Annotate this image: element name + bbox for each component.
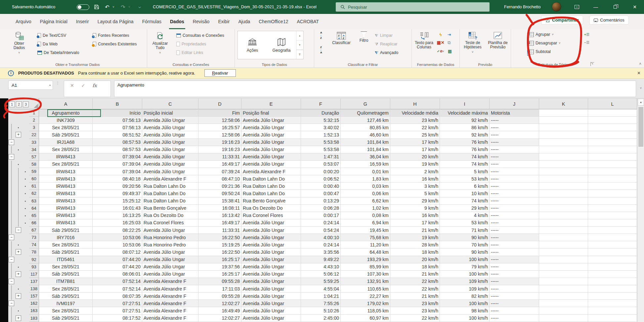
cell-G62[interactable]: 0,06 km [341, 190, 390, 197]
cell-I2[interactable]: 92 km/h [440, 117, 490, 124]
cell-H163[interactable]: 23 km/h [390, 307, 440, 314]
cell-B33[interactable]: 08:57:53 [93, 139, 142, 146]
cell-F3[interactable]: 3:40:02 [301, 124, 341, 131]
quick-access-toolbar-icon[interactable]: ⌵ [136, 4, 143, 10]
outline-collapse-button[interactable]: − [9, 154, 14, 160]
outline-expand-button[interactable]: + [16, 315, 21, 321]
cell-A1[interactable]: Agrupamento [39, 109, 93, 117]
cell-K117[interactable] [539, 271, 588, 278]
cell-E78[interactable]: Avenida Júlio Ungar [241, 248, 301, 256]
geografia-data-type[interactable]: Geografia [267, 31, 296, 59]
tab-inserir[interactable]: Inserir [72, 14, 93, 29]
cell-D61[interactable]: 09:21:36 [198, 183, 241, 190]
cell-B93[interactable]: 07:44:20 [93, 263, 142, 271]
cell-C62[interactable]: Rua Dalton Lahn Do [142, 190, 198, 197]
cell-A64[interactable]: IRW8413 [39, 205, 93, 212]
cell-D59[interactable]: 07:39:24 [198, 168, 241, 175]
cell-D57[interactable]: 11:33:31 [198, 153, 241, 161]
outline-collapse-button[interactable]: − [9, 279, 14, 284]
cell-L93[interactable] [588, 263, 637, 271]
row-header-117[interactable]: 117 [29, 271, 39, 278]
cell-I61[interactable]: 6 km/h [440, 183, 490, 190]
cell-C66[interactable]: Rua Coronel Flores [142, 219, 198, 227]
cell-G92[interactable]: 193,29 km [341, 256, 390, 263]
cell-C65[interactable]: Rua Os Dezoito Do [142, 212, 198, 219]
cell-E59[interactable]: Avenida Alexandre F [241, 168, 301, 175]
cell-L3[interactable] [588, 124, 637, 131]
row-header-163[interactable]: 163 [29, 307, 39, 314]
atualizar-tudo-button[interactable]: Atualizar Tudo˅ [150, 30, 170, 55]
column-header-B[interactable]: B [93, 98, 142, 109]
cell-C162[interactable]: Avenida Alexandre F [142, 300, 198, 307]
cell-H62[interactable]: 5 km/h [390, 190, 440, 197]
cell-D66[interactable]: 16:49:17 [198, 219, 241, 227]
cell-L157[interactable] [588, 293, 637, 300]
cell-J117[interactable]: ----- [490, 271, 539, 278]
cell-B162[interactable]: 07:27:51 [93, 300, 142, 307]
cell-I117[interactable]: 100 km/h [440, 271, 490, 278]
cell-F2[interactable]: 5:32:15 [301, 117, 341, 124]
cell-J57[interactable]: ----- [490, 153, 539, 161]
cell-E93[interactable]: Avenida Júlio Ungar [241, 263, 301, 271]
cell-C138[interactable]: Avenida Alexandre F [142, 285, 198, 293]
cell-F34[interactable]: 5:53:58 [301, 146, 341, 153]
cell-F58[interactable]: 0:53:07 [301, 161, 341, 168]
cell-E117[interactable]: Avenida Júlio Ungar [241, 271, 301, 278]
cell-G183[interactable]: 60,97 km [341, 315, 390, 322]
cell-H34[interactable]: 17 km/h [390, 146, 440, 153]
cell-F66[interactable]: 0:24:14 [301, 219, 341, 227]
outline-collapse-button[interactable]: − [9, 257, 14, 262]
cell-B59[interactable]: 07:39:04 [93, 168, 142, 175]
cell-E3[interactable]: Avenida Júlio Ungar [241, 124, 301, 131]
cell-C34[interactable]: Avenida Júlio Ungar [142, 146, 198, 153]
cell-E65[interactable]: Rua Coronel Flores [241, 212, 301, 219]
cell-F60[interactable]: 0:06:52 [301, 175, 341, 183]
cell-I59[interactable]: 5 km/h [440, 168, 490, 175]
cell-A58[interactable]: Sex 28/05/21 [39, 161, 93, 168]
cell-I93[interactable]: 79 km/h [440, 263, 490, 271]
comments-button[interactable]: Comentários [589, 16, 629, 25]
row-header-1[interactable]: 1 [29, 109, 39, 117]
cell-J74[interactable]: ----- [490, 241, 539, 248]
conexoes-existentes-button[interactable]: Conexões Existentes [93, 40, 137, 48]
outline-level-3-button[interactable]: 3 [23, 101, 29, 107]
cell-B92[interactable]: 07:44:20 [93, 256, 142, 263]
formula-bar-handle[interactable]: ⋮ [56, 82, 60, 84]
cell-L66[interactable] [588, 219, 637, 227]
cell-D34[interactable]: 19:16:23 [198, 146, 241, 153]
cancel-entry-icon[interactable]: ✕ [70, 83, 74, 88]
cell-F61[interactable]: 0:00:40 [301, 183, 341, 190]
ribbon-display-options-icon[interactable]: ˄ [570, 0, 584, 14]
cell-G1[interactable]: Quilometragem [341, 109, 390, 117]
column-header-G[interactable]: G [341, 98, 390, 109]
cell-F73[interactable]: 4:00:10 [301, 234, 341, 241]
tab-dados[interactable]: Dados [166, 14, 189, 29]
cell-G65[interactable]: 0,08 km [341, 212, 390, 219]
cell-I92[interactable]: 100 km/h [440, 256, 490, 263]
cell-K58[interactable] [539, 161, 588, 168]
tab-revisao[interactable]: Revisão [189, 14, 214, 29]
de-tabela-intervalo-button[interactable]: De Tabela/Intervalo [37, 49, 79, 57]
cell-G137[interactable]: 132,91 km [341, 278, 390, 285]
cell-E34[interactable]: Avenida Júlio Ungar [241, 146, 301, 153]
cell-J61[interactable]: ----- [490, 183, 539, 190]
cell-F22[interactable]: 1:52:13 [301, 131, 341, 138]
cell-F157[interactable]: 1:04:21 [301, 293, 341, 300]
cell-E64[interactable]: Rua Os Dezoito Do [241, 205, 301, 212]
cell-I137[interactable]: 109 km/h [440, 278, 490, 285]
cell-F74[interactable]: 0:24:14 [301, 241, 341, 248]
cell-D62[interactable]: 09:50:24 [198, 190, 241, 197]
row-header-33[interactable]: 33 [29, 139, 39, 146]
cell-A22[interactable]: Sáb 29/05/21 [39, 131, 93, 138]
cell-L59[interactable] [588, 168, 637, 175]
cell-H1[interactable]: Velocidade média [390, 109, 440, 117]
cell-D92[interactable]: 16:25:17 [198, 256, 241, 263]
cell-K59[interactable] [539, 168, 588, 175]
cell-A65[interactable]: IRW8413 [39, 212, 93, 219]
cell-G2[interactable]: 127,46 km [341, 117, 390, 124]
cell-D74[interactable]: 15:19:25 [198, 241, 241, 248]
cell-G22[interactable]: 46,60 km [341, 131, 390, 138]
autosave-toggle[interactable] [77, 4, 89, 10]
cell-D157[interactable]: 09:55:28 [198, 293, 241, 300]
cell-L63[interactable] [588, 197, 637, 205]
